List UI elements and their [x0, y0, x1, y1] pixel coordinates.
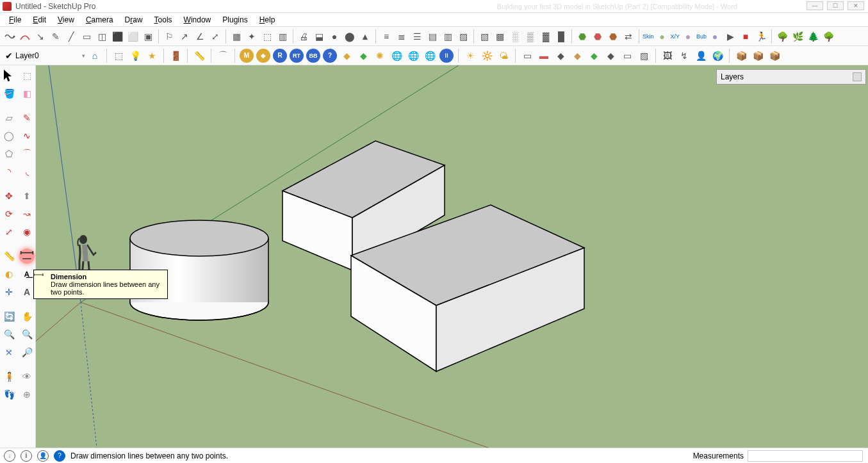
tool-angle-icon[interactable]: ∠	[193, 29, 207, 44]
tool-play-icon[interactable]: ▶	[723, 29, 737, 44]
tool-render4-icon[interactable]: ⇄	[621, 29, 635, 44]
freehand-tool-icon[interactable]: ∿	[19, 128, 35, 143]
tool-arrow-icon[interactable]: ↘	[33, 29, 47, 44]
tool-box-icon[interactable]: ◫	[95, 29, 109, 44]
viewport-3d[interactable]	[36, 65, 868, 448]
move-tool-icon[interactable]: ✥	[1, 188, 17, 204]
sun3-icon[interactable]: 🌤	[496, 49, 511, 63]
tool-person-icon[interactable]: 🏃	[754, 29, 768, 44]
tool-flag-icon[interactable]: ⚐	[162, 29, 176, 44]
zoomwindow-tool-icon[interactable]: 🔍	[19, 327, 35, 342]
axes-tool-icon[interactable]: ✛	[1, 284, 17, 300]
tool-curve-icon[interactable]: ✎	[49, 29, 63, 44]
tool-style3-icon[interactable]: ░	[508, 29, 522, 44]
current-layer-input[interactable]	[15, 51, 79, 60]
tool-line-icon[interactable]: ╱	[64, 29, 78, 44]
tool-style2-icon[interactable]: ▩	[493, 29, 507, 44]
circle-tool-icon[interactable]: ◯	[1, 128, 17, 143]
layer-dropdown-icon[interactable]: ▾	[82, 53, 85, 59]
tool-layer2-icon[interactable]: ≣	[395, 29, 409, 44]
badge-bb-icon[interactable]: BB	[306, 49, 320, 63]
tool-tree2-icon[interactable]: 🌲	[806, 29, 820, 44]
measurements-input[interactable]	[748, 450, 863, 462]
status-icon-2[interactable]: i	[20, 450, 32, 462]
rotate-tool-icon[interactable]: ⟳	[1, 206, 17, 222]
tool-render3-icon[interactable]: ⬣	[606, 29, 620, 44]
tool-component-icon[interactable]: ⬚	[260, 29, 274, 44]
3dtext-tool-icon[interactable]: A	[19, 284, 35, 300]
skin-label[interactable]: Skin	[643, 33, 654, 40]
menu-window[interactable]: Window	[179, 14, 217, 26]
look-around-tool-icon[interactable]: 👁	[19, 369, 35, 384]
mat4-icon[interactable]: ◆	[570, 49, 584, 63]
close-button[interactable]: ✕	[848, 1, 864, 10]
arc2-tool-icon[interactable]: ◟	[19, 164, 35, 179]
orbit-tool-icon[interactable]: 🔄	[1, 309, 17, 324]
mat5-icon[interactable]: ◆	[587, 49, 601, 63]
scale-tool-icon[interactable]: ⤢	[1, 224, 17, 240]
tool-hatch-icon[interactable]: ▤	[425, 29, 439, 44]
pushpull-tool-icon[interactable]: ⬆	[19, 188, 35, 204]
tool-render1-icon[interactable]: ⬣	[575, 29, 589, 44]
tool-sphere-icon[interactable]: ●	[327, 29, 341, 44]
arc-tool-icon[interactable]: ⌒	[19, 146, 35, 161]
tool-extrude-icon[interactable]: ⬚	[111, 49, 126, 63]
tool-scale-icon[interactable]: ⤢	[208, 29, 222, 44]
tool-style1-icon[interactable]: ▧	[477, 29, 491, 44]
badge-yel-icon[interactable]: ◆	[340, 49, 354, 63]
xy-label[interactable]: X/Y	[671, 33, 680, 40]
tool-rbox-icon[interactable]: ⬛	[110, 29, 124, 44]
badge-grn-icon[interactable]: ◆	[356, 49, 370, 63]
box3-icon[interactable]: 📦	[767, 49, 782, 63]
mat8-icon[interactable]: ▨	[637, 49, 651, 63]
pan-tool-icon[interactable]: ✋	[19, 309, 35, 324]
tool-measure-icon[interactable]: ↗	[177, 29, 192, 44]
tool-arc-icon[interactable]	[18, 29, 32, 44]
menu-file[interactable]: File	[4, 14, 26, 26]
box1-icon[interactable]: 📦	[734, 49, 748, 63]
sun1-icon[interactable]: ☀	[463, 49, 477, 63]
tool-cone-icon[interactable]: ▲	[358, 29, 372, 44]
badge-m-icon[interactable]: M	[240, 49, 254, 63]
view1-icon[interactable]: 🖼	[660, 49, 675, 63]
tool-layer1-icon[interactable]: ≡	[379, 29, 393, 44]
section-tool-icon[interactable]: ⊕	[19, 387, 35, 402]
followme-tool-icon[interactable]: ↝	[19, 206, 35, 222]
mat3-icon[interactable]: ◆	[553, 49, 568, 63]
bub-label[interactable]: Bub	[696, 33, 707, 40]
menu-camera[interactable]: Camera	[81, 14, 119, 26]
badge-burst-icon[interactable]: ✺	[373, 49, 387, 63]
layer-manager-icon[interactable]: ⌂	[88, 49, 102, 63]
minimize-button[interactable]: —	[807, 1, 823, 10]
tool-grid-icon[interactable]: ▥	[275, 29, 290, 44]
tool-render2-icon[interactable]: ⬣	[591, 29, 605, 44]
mat1-icon[interactable]: ▭	[520, 49, 534, 63]
zoomprev-tool-icon[interactable]: 🔎	[19, 345, 35, 360]
dimension-tool-icon[interactable]	[19, 248, 35, 264]
tool-export-icon[interactable]: ⬓	[312, 29, 326, 44]
tool-grass-icon[interactable]: 🌿	[790, 29, 805, 44]
layers-panel[interactable]: Layers	[716, 69, 866, 85]
tool-ruler-icon[interactable]: 📏	[192, 49, 206, 63]
tool-rect-icon[interactable]: ▭	[79, 29, 94, 44]
menu-tools[interactable]: Tools	[149, 14, 177, 26]
status-icon-1[interactable]: ↓	[4, 450, 15, 462]
badge-globe1-icon[interactable]: 🌐	[389, 49, 404, 63]
tool-xy-icon[interactable]: ●	[681, 29, 695, 44]
tool-style5-icon[interactable]: ▓	[539, 29, 553, 44]
sun2-icon[interactable]: 🔆	[480, 49, 494, 63]
tool-group-icon[interactable]: ▦	[229, 29, 243, 44]
tool-bulb-icon[interactable]: 💡	[128, 49, 142, 63]
view2-icon[interactable]: ↯	[677, 49, 691, 63]
tool-tree3-icon[interactable]: 🌳	[821, 29, 835, 44]
box2-icon[interactable]: 📦	[751, 49, 765, 63]
tool-style4-icon[interactable]: ▒	[523, 29, 537, 44]
tool-layer3-icon[interactable]: ☰	[410, 29, 424, 44]
badge-r-icon[interactable]: R	[273, 49, 287, 63]
select-tool-icon[interactable]	[1, 68, 17, 83]
offset-tool-icon[interactable]: ◉	[19, 224, 35, 240]
badge-globe2-icon[interactable]: 🌐	[406, 49, 420, 63]
tape-tool-icon[interactable]: 📏	[1, 248, 17, 264]
view3-icon[interactable]: 👤	[694, 49, 708, 63]
walk-tool-icon[interactable]: 👣	[1, 387, 17, 402]
